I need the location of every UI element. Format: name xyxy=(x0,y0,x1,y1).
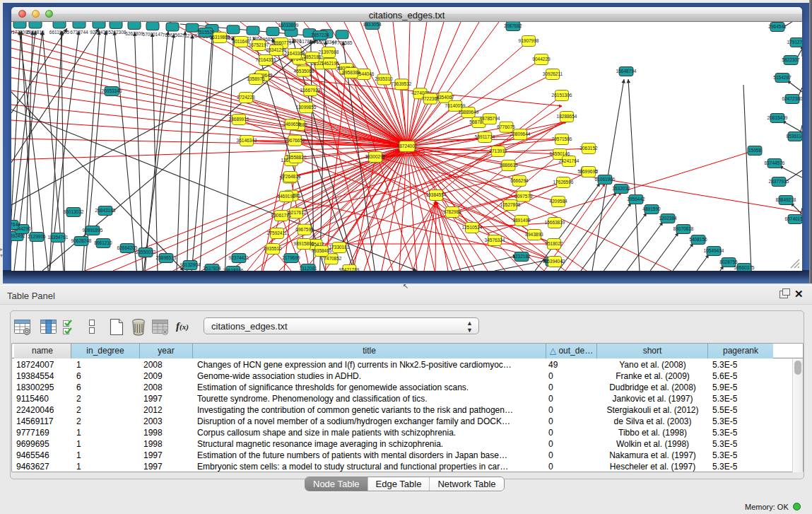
svg-text:6666294: 6666294 xyxy=(510,178,529,183)
svg-text:21643368: 21643368 xyxy=(285,51,305,56)
svg-text:2717644: 2717644 xyxy=(11,222,20,227)
svg-text:95132904: 95132904 xyxy=(180,262,201,267)
svg-text:17912728: 17912728 xyxy=(787,40,802,45)
svg-text:15958: 15958 xyxy=(748,148,761,153)
svg-text:66119495: 66119495 xyxy=(49,30,70,35)
svg-text:9782983: 9782983 xyxy=(443,209,461,214)
svg-text:3537804: 3537804 xyxy=(203,266,221,271)
svg-text:7857224: 7857224 xyxy=(311,33,329,37)
svg-text:20809644: 20809644 xyxy=(510,132,531,136)
svg-text:20053346: 20053346 xyxy=(102,88,122,93)
svg-text:3532032: 3532032 xyxy=(612,186,630,191)
svg-text:98915866: 98915866 xyxy=(294,241,314,246)
svg-text:6469193: 6469193 xyxy=(277,194,295,199)
svg-text:3852188: 3852188 xyxy=(303,54,322,59)
svg-text:72164355: 72164355 xyxy=(256,57,276,62)
svg-text:7312081: 7312081 xyxy=(299,266,317,271)
svg-text:2980815: 2980815 xyxy=(26,30,45,35)
svg-text:5822307: 5822307 xyxy=(782,57,800,62)
svg-text:6776075: 6776075 xyxy=(497,124,515,129)
svg-text:34576324: 34576324 xyxy=(485,238,505,243)
svg-text:62664205: 62664205 xyxy=(117,245,138,250)
svg-text:8028755: 8028755 xyxy=(719,259,738,264)
svg-text:96319863: 96319863 xyxy=(210,35,230,40)
svg-text:9699695: 9699695 xyxy=(579,169,598,174)
svg-text:61061966: 61061966 xyxy=(595,177,616,182)
svg-text:16033809: 16033809 xyxy=(278,23,299,28)
svg-text:5154287: 5154287 xyxy=(773,75,792,80)
svg-text:5408156: 5408156 xyxy=(689,237,707,242)
svg-text:3956442: 3956442 xyxy=(627,197,645,201)
svg-text:5232182: 5232182 xyxy=(512,254,531,259)
svg-text:8943893: 8943893 xyxy=(525,232,543,237)
svg-text:56911734: 56911734 xyxy=(475,134,495,139)
svg-text:1462193: 1462193 xyxy=(321,61,339,66)
svg-text:9518027: 9518027 xyxy=(545,241,563,246)
svg-text:18354761: 18354761 xyxy=(48,235,69,240)
svg-text:10549434: 10549434 xyxy=(704,248,724,253)
svg-text:92374421: 92374421 xyxy=(229,255,249,260)
svg-text:7515526: 7515526 xyxy=(196,30,215,35)
svg-text:95341298: 95341298 xyxy=(266,47,287,52)
svg-text:8536114: 8536114 xyxy=(787,134,802,139)
svg-text:45535068: 45535068 xyxy=(294,69,314,74)
svg-text:9097578: 9097578 xyxy=(514,194,533,199)
svg-text:83744576: 83744576 xyxy=(765,160,785,165)
svg-text:73639532: 73639532 xyxy=(392,81,412,86)
svg-text:19384554: 19384554 xyxy=(426,192,447,197)
svg-text:20815439: 20815439 xyxy=(767,115,788,120)
svg-text:63550032: 63550032 xyxy=(136,250,156,255)
svg-text:77470852: 77470852 xyxy=(322,256,342,261)
svg-text:6967591: 6967591 xyxy=(295,227,314,232)
svg-text:3011649: 3011649 xyxy=(233,39,250,44)
svg-text:1358976: 1358976 xyxy=(247,76,265,81)
svg-text:83061791: 83061791 xyxy=(271,213,292,218)
svg-text:77330181: 77330181 xyxy=(329,245,350,250)
svg-text:86013032: 86013032 xyxy=(64,209,84,214)
svg-text:59560375: 59560375 xyxy=(734,265,755,270)
svg-text:83849218: 83849218 xyxy=(776,197,796,202)
svg-text:4354067: 4354067 xyxy=(436,95,454,100)
svg-text:26843185: 26843185 xyxy=(95,208,116,213)
svg-text:65740154: 65740154 xyxy=(785,216,802,221)
svg-text:76662562: 76662562 xyxy=(163,33,183,37)
svg-text:62472380: 62472380 xyxy=(782,96,802,101)
svg-text:6738744: 6738744 xyxy=(70,30,88,35)
svg-text:2179699: 2179699 xyxy=(282,255,300,260)
svg-text:2964541: 2964541 xyxy=(768,24,787,29)
svg-text:18288654: 18288654 xyxy=(557,114,577,119)
svg-text:90628248: 90628248 xyxy=(71,238,92,243)
svg-text:15663839: 15663839 xyxy=(545,220,565,225)
svg-text:23618316: 23618316 xyxy=(223,268,244,271)
svg-text:89070818: 89070818 xyxy=(673,226,694,231)
svg-text:27592411: 27592411 xyxy=(267,230,288,235)
svg-text:9044229: 9044229 xyxy=(532,57,551,62)
svg-text:24241764: 24241764 xyxy=(559,158,579,163)
svg-text:29676659: 29676659 xyxy=(285,138,305,143)
svg-text:8661210: 8661210 xyxy=(94,240,112,245)
svg-text:12510524: 12510524 xyxy=(462,225,483,230)
svg-text:79571586: 79571586 xyxy=(552,136,572,141)
svg-text:92891895: 92891895 xyxy=(83,228,103,233)
svg-text:18300295: 18300295 xyxy=(365,154,386,159)
svg-text:38558820: 38558820 xyxy=(286,155,307,160)
svg-text:8886633: 8886633 xyxy=(500,163,518,168)
svg-text:8958388: 8958388 xyxy=(342,70,360,75)
svg-text:77264814: 77264814 xyxy=(281,174,301,179)
svg-text:28377915: 28377915 xyxy=(769,179,789,184)
svg-text:2129905: 2129905 xyxy=(28,234,46,239)
svg-text:4891590: 4891590 xyxy=(642,206,661,211)
svg-text:2087682: 2087682 xyxy=(504,23,522,28)
svg-text:1202384: 1202384 xyxy=(659,216,677,221)
svg-text:2724228: 2724228 xyxy=(237,95,255,100)
svg-text:13099855: 13099855 xyxy=(296,105,317,110)
svg-text:2713912: 2713912 xyxy=(489,148,507,153)
svg-text:30926211: 30926211 xyxy=(543,71,563,76)
svg-text:10527808: 10527808 xyxy=(500,202,521,207)
svg-text:8813054: 8813054 xyxy=(363,22,382,27)
svg-text:2063152: 2063152 xyxy=(579,146,598,151)
svg-text:95421789: 95421789 xyxy=(339,267,360,271)
svg-text:16648794: 16648794 xyxy=(616,69,637,74)
svg-text:26151306: 26151306 xyxy=(552,93,572,98)
svg-text:17626596: 17626596 xyxy=(553,180,574,185)
